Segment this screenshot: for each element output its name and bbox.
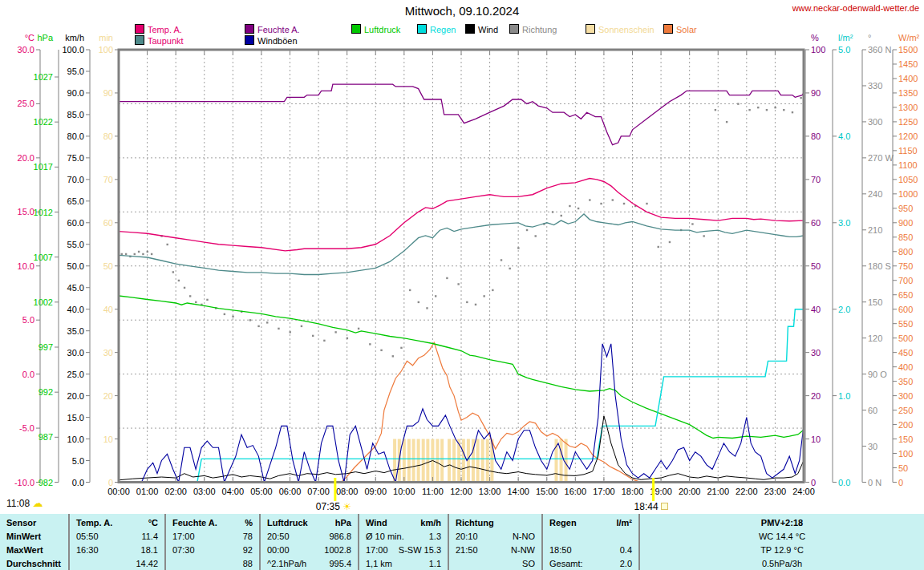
table-cell: S-SW 15.3 xyxy=(399,544,441,557)
axis-label: 70.0 xyxy=(67,175,84,184)
axis-unit: l/m² xyxy=(838,33,853,42)
axis-label: 400 xyxy=(898,362,913,372)
direction-dot xyxy=(691,223,693,224)
table-cell: WC 14.4 °C xyxy=(759,530,805,544)
axis-label: 20 xyxy=(811,391,821,401)
table-cell: 14.42 xyxy=(136,557,158,570)
axis-label: 10 xyxy=(103,435,113,444)
table-cell: 21:50 xyxy=(456,544,478,557)
x-tick-label: 00:00 xyxy=(107,487,130,496)
table-cell: N-NW xyxy=(511,544,535,557)
axis-label: 30 xyxy=(103,348,113,358)
direction-dot xyxy=(166,244,168,245)
direction-dot xyxy=(783,109,784,111)
sunshine-bar xyxy=(403,439,406,483)
direction-dot xyxy=(142,253,144,255)
table-row-label: MaxWert xyxy=(0,544,68,557)
sunshine-bar xyxy=(448,439,451,483)
direction-dot xyxy=(301,325,302,327)
table-cell: hPa xyxy=(335,516,351,530)
direction-dot xyxy=(178,280,180,281)
table-group-pmv: PMV+2:18WC 14.4 °CTP 12.9 °C0.5hPa/3h xyxy=(640,514,924,570)
sunshine-bar xyxy=(560,439,563,483)
table-cell: 17:00 xyxy=(366,544,388,557)
direction-dot xyxy=(446,277,448,279)
table-cell: Richtung xyxy=(456,516,494,530)
x-tick-label: 22:00 xyxy=(736,487,758,496)
table-cell: Luftdruck xyxy=(267,516,308,530)
direction-dot xyxy=(800,97,801,99)
weather-dashboard: { "header": { "title": "Mittwoch, 09.10.… xyxy=(0,0,924,570)
axis-label: 25.0 xyxy=(67,370,84,379)
x-tick-label: 04:00 xyxy=(222,487,245,496)
x-tick-label: 12:00 xyxy=(450,487,472,496)
x-tick-label: 23:00 xyxy=(764,487,787,496)
direction-dot xyxy=(535,235,537,236)
sunshine-bar xyxy=(462,439,465,483)
axis-label: 330 xyxy=(868,81,882,91)
table-row xyxy=(543,530,638,544)
direction-dot xyxy=(703,235,704,236)
table-row-label: Sensor xyxy=(0,516,68,530)
x-tick-label: 10:00 xyxy=(393,487,415,496)
table-cell: 986.8 xyxy=(329,530,351,544)
direction-dot xyxy=(134,253,136,255)
table-cell: 18.1 xyxy=(141,544,158,557)
axis-label: 987 xyxy=(38,432,53,442)
axis-label: 1000 xyxy=(898,189,918,199)
table-row: 14.42 xyxy=(70,557,164,570)
series-windben xyxy=(119,344,804,483)
direction-dot xyxy=(552,211,553,212)
table-row: 17:00S-SW 15.3 xyxy=(359,544,448,557)
table-cell: 0.5hPa/3h xyxy=(762,557,802,570)
axis-label: 30.0 xyxy=(67,348,84,358)
table-row: 00:001002.8 xyxy=(261,544,358,557)
axis-label: 1300 xyxy=(898,103,918,112)
x-tick-label: 06:00 xyxy=(279,487,302,496)
direction-dot xyxy=(323,340,325,342)
cloud-icon: ☁ xyxy=(32,497,43,509)
axis-label: 80.0 xyxy=(67,131,84,141)
table-cell: 2.0 xyxy=(620,557,632,570)
axis-label: 1002 xyxy=(34,297,53,307)
direction-dot xyxy=(266,321,268,323)
axis-label: 0 xyxy=(108,478,113,487)
axis-label: 85.0 xyxy=(67,110,84,119)
sun-icon: ☀ xyxy=(342,501,351,512)
table-header-row: Richtung xyxy=(449,516,541,530)
axis-label: 45.0 xyxy=(67,283,84,293)
axis-label: 100 xyxy=(811,45,825,55)
axis-label: 1007 xyxy=(34,253,53,262)
axis-label: 80 xyxy=(811,131,821,141)
axis-label: 60 xyxy=(811,218,821,228)
axis-label: 240 xyxy=(868,189,882,199)
axis-label: 30.0 xyxy=(18,45,34,55)
x-tick-label: 15:00 xyxy=(536,487,558,496)
direction-dot xyxy=(151,253,152,255)
axis-label: 1022 xyxy=(34,117,53,127)
table-cell: °C xyxy=(148,516,158,530)
table-row: 16:3018.1 xyxy=(70,544,164,557)
axis-label: 700 xyxy=(898,276,913,285)
axis-label: 2.0 xyxy=(838,305,850,314)
table-cell: SO xyxy=(522,557,535,570)
axis-label: 20 xyxy=(103,391,113,401)
axis-label: 850 xyxy=(898,232,913,242)
direction-dot xyxy=(517,247,519,249)
table-rowlabels: SensorMinWertMaxWertDurchschnitt xyxy=(0,514,70,570)
axis-label: 3.0 xyxy=(838,218,850,228)
axis-label: 40 xyxy=(811,305,821,314)
table-header-row: Temp. A.°C xyxy=(70,516,164,530)
axis-label: 1250 xyxy=(898,117,918,127)
sunrise-time: 07:35 ☀ xyxy=(316,501,351,512)
direction-dot xyxy=(189,295,191,297)
direction-dot xyxy=(483,295,484,297)
table-header-row: LuftdruckhPa xyxy=(261,516,358,530)
axis-label: 120 xyxy=(868,334,882,343)
sunshine-bar xyxy=(417,439,420,483)
direction-dot xyxy=(726,121,727,123)
axis-label: 1027 xyxy=(34,72,53,82)
table-row-label: Durchschnitt xyxy=(0,557,68,570)
table-row: Gesamt:2.0 xyxy=(543,557,638,570)
axis-unit: % xyxy=(811,33,819,42)
